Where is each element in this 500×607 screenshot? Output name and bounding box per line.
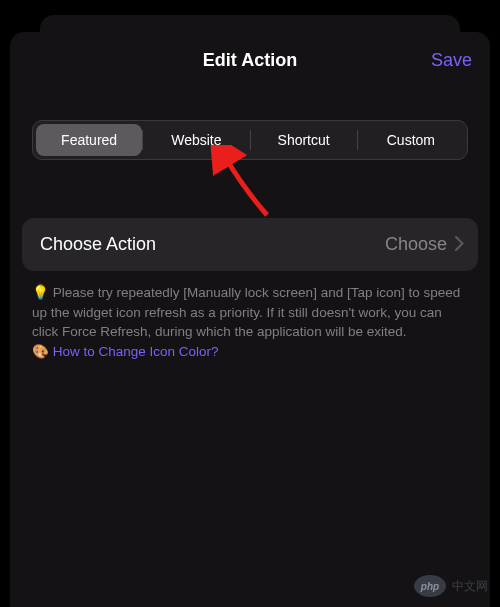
tab-custom[interactable]: Custom [358,124,464,156]
watermark-text: 中文网 [452,578,488,595]
choose-action-row[interactable]: Choose Action Choose [22,218,478,271]
tab-featured[interactable]: Featured [36,124,142,156]
page-title: Edit Action [203,50,297,71]
choose-action-label: Choose Action [40,234,385,255]
chevron-right-icon [455,233,464,256]
modal-sheet: Edit Action Save Featured Website Shortc… [10,32,490,607]
hint-body: Please try repeatedly [Manually lock scr… [32,285,460,339]
palette-icon: 🎨 [32,344,49,359]
choose-action-value: Choose [385,234,447,255]
tab-website[interactable]: Website [143,124,249,156]
hint-text: 💡 Please try repeatedly [Manually lock s… [32,283,468,361]
change-icon-color-link[interactable]: How to Change Icon Color? [53,344,219,359]
save-button[interactable]: Save [431,50,472,71]
php-badge: php [414,575,446,597]
modal-header: Edit Action Save [10,32,490,88]
segmented-control: Featured Website Shortcut Custom [32,120,468,160]
bulb-icon: 💡 [32,285,49,300]
tab-shortcut[interactable]: Shortcut [251,124,357,156]
watermark: php 中文网 [414,575,488,597]
